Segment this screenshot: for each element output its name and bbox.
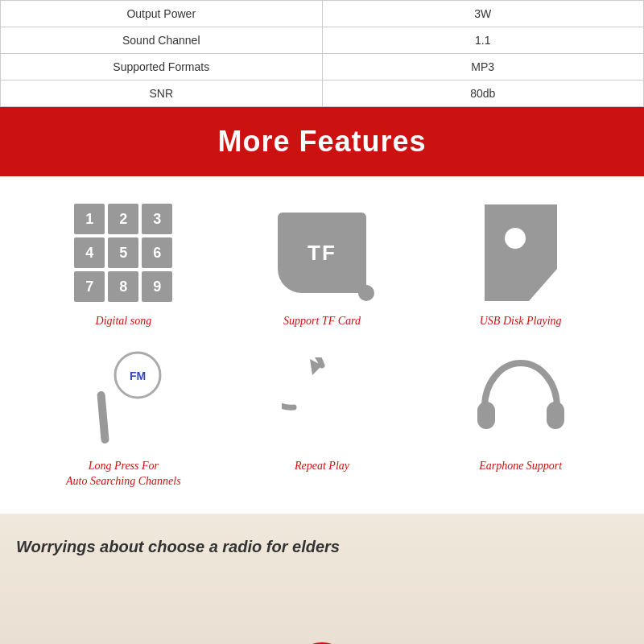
more-features-banner: More Features [0, 107, 644, 176]
usb-disk-icon [485, 204, 557, 301]
spec-row: Sound Channel1.1 [1, 27, 644, 54]
digital-song-icon: 123456789 [71, 200, 175, 305]
specs-table: Output Power3WSound Channel1.1Supported … [0, 0, 644, 107]
numpad-key: 3 [142, 204, 172, 234]
fm-icon-container: FM [71, 345, 175, 450]
features-grid: 123456789 Digital song TF Support TF Car… [0, 176, 644, 514]
numpad-grid: 123456789 [74, 204, 172, 302]
spec-row: Supported FormatsMP3 [1, 54, 644, 80]
earphone-label: Earphone Support [479, 458, 562, 474]
repeat-play-icon [282, 357, 362, 438]
svg-marker-0 [485, 204, 557, 301]
svg-rect-7 [547, 402, 564, 429]
numpad-key: 4 [74, 237, 105, 268]
numpad-key: 9 [142, 271, 172, 302]
tf-card-label: Support TF Card [283, 313, 361, 329]
svg-rect-2 [97, 391, 110, 444]
spec-label: Output Power [1, 1, 323, 27]
more-features-title: More Features [0, 125, 644, 159]
usb-disk-label: USB Disk Playing [480, 313, 562, 329]
tf-dot [358, 285, 374, 301]
repeat-play-label: Repeat Play [295, 458, 349, 474]
feature-digital-song: 123456789 Digital song [32, 200, 215, 329]
feature-usb-disk: USB Disk Playing [429, 200, 612, 329]
svg-rect-6 [477, 402, 495, 429]
worryings-title: Worryings about choose a radio for elder… [16, 538, 628, 556]
feature-tf-card: TF Support TF Card [231, 200, 414, 329]
numpad-key: 8 [108, 271, 138, 302]
svg-point-1 [505, 228, 526, 249]
spec-value: MP3 [322, 54, 644, 80]
tf-card-icon-container: TF [270, 200, 374, 305]
spec-value: 3W [322, 1, 644, 27]
tf-card-icon: TF [278, 213, 366, 293]
fm-radio-icon: FM [83, 351, 163, 444]
feature-repeat-play: Repeat Play [231, 345, 414, 489]
tf-text: TF [308, 241, 336, 266]
worryings-content: Worryings about choose a radio for elder… [16, 538, 628, 556]
fm-label: Long Press For Auto Searching Channels [66, 458, 181, 489]
numpad-key: 7 [74, 271, 105, 302]
digital-song-label: Digital song [96, 313, 152, 329]
worryings-section: Worryings about choose a radio for elder… [0, 514, 644, 644]
numpad-key: 6 [142, 237, 172, 268]
spec-row: Output Power3W [1, 1, 644, 27]
spec-row: SNR80db [1, 80, 644, 107]
feature-earphone: Earphone Support [429, 345, 612, 489]
usb-disk-icon-container [469, 200, 573, 305]
feature-fm-radio: FM Long Press For Auto Searching Channel… [32, 345, 215, 489]
numpad-key: 2 [108, 204, 138, 234]
earphone-icon [473, 355, 569, 440]
spec-value: 1.1 [322, 27, 644, 54]
earphone-icon-container [469, 345, 573, 450]
numpad-key: 5 [108, 237, 138, 268]
svg-text:FM: FM [130, 369, 146, 382]
spec-label: Sound Channel [1, 27, 323, 54]
numpad-key: 1 [74, 204, 105, 234]
spec-value: 80db [322, 80, 644, 107]
spec-label: Supported Formats [1, 54, 323, 80]
worryings-bg [0, 514, 644, 644]
spec-label: SNR [1, 80, 323, 107]
repeat-icon-container [270, 345, 374, 450]
